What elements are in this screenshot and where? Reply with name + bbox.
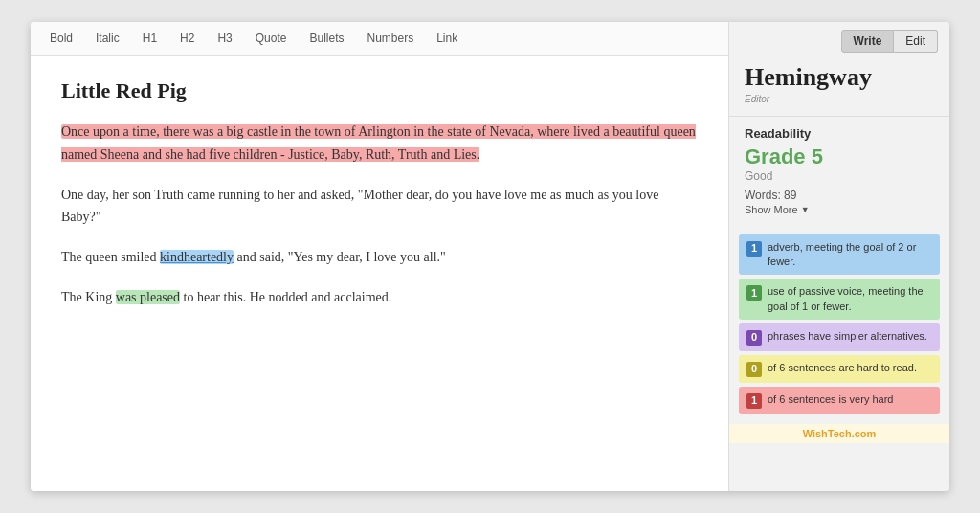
hint-text-0: adverb, meeting the goal of 2 or fewer. xyxy=(768,240,932,270)
hint-badge-1: 1 xyxy=(746,285,762,301)
watermark: WishTech.com xyxy=(729,424,949,443)
paragraph-1[interactable]: Once upon a time, there was a big castle… xyxy=(61,121,698,167)
paragraph-2[interactable]: One day, her son Truth came running to h… xyxy=(61,184,698,230)
app-title: Hemingway xyxy=(729,60,949,94)
paragraph-4[interactable]: The King was pleased to hear this. He no… xyxy=(61,286,698,309)
toolbar-btn-h2[interactable]: H2 xyxy=(176,30,198,47)
hint-badge-4: 1 xyxy=(746,393,762,409)
paragraph-3[interactable]: The queen smiled kindheartedly and said,… xyxy=(61,246,698,269)
mode-buttons: Write Edit xyxy=(729,22,949,60)
editor-panel: BoldItalicH1H2H3QuoteBulletsNumbersLink … xyxy=(31,22,729,491)
toolbar-btn-quote[interactable]: Quote xyxy=(252,30,291,47)
readability-section: Readability Grade 5 Good Words: 89 Show … xyxy=(729,116,949,234)
hint-card-4: 1of 6 sentences is very hard xyxy=(739,387,940,414)
hint-text-4: of 6 sentences is very hard xyxy=(768,392,893,407)
toolbar: BoldItalicH1H2H3QuoteBulletsNumbersLink xyxy=(31,22,728,56)
toolbar-btn-link[interactable]: Link xyxy=(433,30,461,47)
readability-label: Readability xyxy=(745,126,934,141)
toolbar-btn-numbers[interactable]: Numbers xyxy=(363,30,417,47)
edit-button[interactable]: Edit xyxy=(894,30,938,53)
hint-text-2: phrases have simpler alternatives. xyxy=(768,329,927,344)
paragraph-4-text-before: The King xyxy=(61,290,116,304)
write-button[interactable]: Write xyxy=(841,30,895,53)
hint-card-2: 0phrases have simpler alternatives. xyxy=(739,323,940,351)
grade-desc: Good xyxy=(745,169,934,183)
hint-cards: 1adverb, meeting the goal of 2 or fewer.… xyxy=(729,234,949,425)
editor-content[interactable]: Little Red Pig Once upon a time, there w… xyxy=(31,56,728,491)
hint-card-0: 1adverb, meeting the goal of 2 or fewer. xyxy=(739,234,940,276)
hint-text-3: of 6 sentences are hard to read. xyxy=(768,361,917,375)
show-more-label: Show More xyxy=(745,204,798,215)
toolbar-btn-h3[interactable]: H3 xyxy=(213,30,235,47)
paragraph-3-text-after: and said, "Yes my dear, I love you all." xyxy=(234,250,446,264)
hint-text-1: use of passive voice, meeting the goal o… xyxy=(768,284,932,314)
words-count: Words: 89 xyxy=(745,189,934,202)
chevron-down-icon: ▼ xyxy=(801,205,810,214)
app-container: BoldItalicH1H2H3QuoteBulletsNumbersLink … xyxy=(31,22,949,491)
highlighted-text-green: was pleased xyxy=(116,290,180,304)
paragraph-4-text-after: to hear this. He nodded and acclaimed. xyxy=(180,290,391,304)
paragraph-3-text-before: The queen smiled xyxy=(61,250,160,264)
app-subtitle: Editor xyxy=(729,94,949,116)
hint-card-3: 0of 6 sentences are hard to read. xyxy=(739,355,940,383)
highlighted-text-pink: Once upon a time, there was a big castle… xyxy=(61,124,696,162)
toolbar-btn-h1[interactable]: H1 xyxy=(139,30,161,47)
toolbar-btn-bold[interactable]: Bold xyxy=(46,30,77,47)
highlighted-text-blue: kindheartedly xyxy=(160,250,234,264)
grade-value: Grade 5 xyxy=(745,145,934,169)
hint-badge-0: 1 xyxy=(746,241,762,256)
doc-title: Little Red Pig xyxy=(61,78,698,103)
hint-card-1: 1use of passive voice, meeting the goal … xyxy=(739,279,940,320)
sidebar: Write Edit Hemingway Editor Readability … xyxy=(729,22,949,491)
toolbar-btn-italic[interactable]: Italic xyxy=(92,30,123,47)
hint-badge-2: 0 xyxy=(746,330,762,346)
show-more-button[interactable]: Show More ▼ xyxy=(745,204,934,215)
toolbar-btn-bullets[interactable]: Bullets xyxy=(305,30,347,47)
hint-badge-3: 0 xyxy=(746,362,762,377)
paragraph-2-text: One day, her son Truth came running to h… xyxy=(61,188,658,225)
